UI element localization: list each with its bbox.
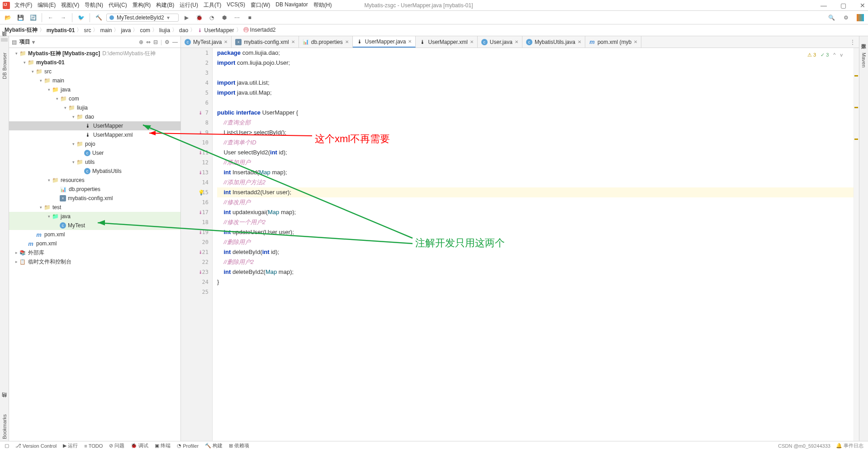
menu-item[interactable]: 运行(U) <box>180 1 198 9</box>
menu-item[interactable]: 构建(B) <box>156 1 174 9</box>
stripe-bookmarks[interactable]: Bookmarks <box>2 412 7 441</box>
project-tree[interactable]: ▾Mybatis-狂神 [Mybatis-zsgc]D:\demo\Mybati… <box>9 48 180 441</box>
bottom-profiler[interactable]: ◔ Profiler <box>177 443 199 449</box>
attach-icon[interactable]: ⋯ <box>232 13 242 23</box>
bottom-terminal[interactable]: ▣ 终端 <box>155 442 171 449</box>
forward-icon[interactable]: → <box>58 13 68 23</box>
editor-tab[interactable]: mybatis-config.xml✕ <box>232 36 299 48</box>
menu-item[interactable]: VCS(S) <box>227 1 245 9</box>
tree-node[interactable]: db.properties <box>9 185 180 194</box>
stop-icon[interactable]: ■ <box>245 13 255 23</box>
breadcrumb-item[interactable]: java <box>121 27 131 34</box>
bottom-deps[interactable]: ⊞ 依赖项 <box>229 442 249 449</box>
tree-node[interactable]: ▾Mybatis-狂神 [Mybatis-zsgc]D:\demo\Mybati… <box>9 49 180 58</box>
more-tabs-icon[interactable]: ⋮ <box>850 39 855 45</box>
close-tab-icon[interactable]: ✕ <box>345 39 349 44</box>
close-button[interactable]: ✕ <box>860 2 865 9</box>
editor-tab[interactable]: UserMapper.java✕ <box>353 36 416 48</box>
stripe-database[interactable]: 数据库 <box>860 38 867 42</box>
code-editor[interactable]: ⚠ 3 ✓ 3 ^v package com.liujia.dao;import… <box>213 48 854 441</box>
menu-item[interactable]: DB Navigator <box>275 1 308 9</box>
close-tab-icon[interactable]: ✕ <box>634 39 637 44</box>
tree-node[interactable]: ▾liujia <box>9 103 180 112</box>
menu-item[interactable]: 代码(C) <box>109 1 127 9</box>
tree-node[interactable]: pom.xml <box>9 239 180 248</box>
editor-tab[interactable]: pom.xml (myb✕ <box>585 36 641 48</box>
collapse-all-icon[interactable]: ⊟ <box>153 39 158 45</box>
minimize-button[interactable]: — <box>821 2 827 9</box>
tree-node[interactable]: ▾java <box>9 212 180 221</box>
project-view-selector[interactable]: 项目 ▾ <box>19 38 35 46</box>
bottom-debug[interactable]: 🐞 调试 <box>131 442 148 449</box>
breadcrumb-item[interactable]: com <box>140 27 150 34</box>
menu-item[interactable]: 帮助(H) <box>313 1 332 9</box>
close-tab-icon[interactable]: ✕ <box>515 39 518 44</box>
menu-item[interactable]: 编辑(E) <box>38 1 56 9</box>
tree-node[interactable]: ▸外部库 <box>9 248 180 257</box>
close-tab-icon[interactable]: ✕ <box>470 39 474 44</box>
breadcrumb-item[interactable]: mybatis-01 <box>47 27 75 34</box>
save-icon[interactable]: 💾 <box>15 13 25 23</box>
editor-tab[interactable]: db.properties✕ <box>299 36 353 48</box>
tree-node[interactable]: MybatisUtils <box>9 167 180 176</box>
breadcrumb-item[interactable]: dao <box>179 27 188 34</box>
breadcrumb-item[interactable]: liujia <box>159 27 170 34</box>
select-opened-icon[interactable]: ⊕ <box>139 39 143 45</box>
tree-node[interactable]: UserMapper <box>9 121 180 130</box>
inspection-widget[interactable]: ⚠ 3 ✓ 3 ^v <box>807 50 843 60</box>
menu-item[interactable]: 窗口(W) <box>251 1 270 9</box>
editor-tab[interactable]: MybatisUtils.java✕ <box>522 36 585 48</box>
back-icon[interactable]: ← <box>46 13 56 23</box>
breadcrumb-item[interactable]: 🌡 UserMapper <box>197 27 234 34</box>
tree-node[interactable]: ▾main <box>9 76 180 85</box>
bottom-run[interactable]: ▶ 运行 <box>63 442 78 449</box>
tree-node[interactable]: ▸临时文件和控制台 <box>9 257 180 266</box>
bottom-vcs[interactable]: ⎇ Version Control <box>15 443 57 449</box>
stripe-maven[interactable]: Maven <box>861 51 867 69</box>
menu-item[interactable]: 导航(N) <box>85 1 103 9</box>
editor-tab[interactable]: UserMapper.xml✕ <box>416 36 477 48</box>
search-icon[interactable]: 🔍 <box>826 13 836 23</box>
menu-item[interactable]: 视图(V) <box>61 1 79 9</box>
run-config-selector[interactable]: MyTest.deleteById2 ▾ <box>106 14 179 22</box>
tree-node[interactable]: User <box>9 148 180 158</box>
breadcrumb-item[interactable]: Mybatis-狂神 <box>5 26 38 34</box>
tree-node[interactable]: ▾java <box>9 85 180 94</box>
close-tab-icon[interactable]: ✕ <box>291 39 295 44</box>
profile-icon[interactable]: ⬢ <box>219 13 229 23</box>
maximize-button[interactable]: ▢ <box>840 2 846 9</box>
settings-icon[interactable]: ⚙ <box>841 13 851 23</box>
close-tab-icon[interactable]: ✕ <box>408 39 412 44</box>
settings-gear-icon[interactable]: ⚙ <box>165 39 170 45</box>
tree-node[interactable]: ▾mybatis-01 <box>9 58 180 67</box>
stripe-db-browser[interactable]: DB Browser <box>2 51 7 81</box>
bottom-build[interactable]: 🔨 构建 <box>205 442 223 449</box>
stripe-structure[interactable]: 结构 <box>1 400 8 403</box>
error-stripe[interactable] <box>854 48 859 441</box>
debug-icon[interactable]: 🐞 <box>194 13 204 23</box>
build-icon[interactable]: 🔨 <box>94 13 104 23</box>
menu-item[interactable]: 文件(F) <box>14 1 32 9</box>
jetbrains-icon[interactable] <box>855 13 865 23</box>
menu-item[interactable]: 重构(R) <box>133 1 151 9</box>
close-tab-icon[interactable]: ✕ <box>578 39 581 44</box>
tree-node[interactable]: ▾dao <box>9 112 180 121</box>
tree-node[interactable]: ▾test <box>9 203 180 212</box>
breadcrumb-item[interactable]: ⓜ Insertadd2 <box>243 26 276 34</box>
open-icon[interactable]: 📂 <box>3 13 13 23</box>
tree-node[interactable]: mybatis-config.xml <box>9 194 180 203</box>
bottom-todo[interactable]: ≡ TODO <box>84 443 103 449</box>
hide-panel-icon[interactable]: — <box>172 39 178 45</box>
editor-tab[interactable]: User.java✕ <box>478 36 522 48</box>
statusbar-toggle-icon[interactable]: ▢ <box>5 443 9 449</box>
expand-all-icon[interactable]: ⇔ <box>146 39 151 45</box>
tree-node[interactable]: ▾src <box>9 67 180 76</box>
tree-node[interactable]: ▾resources <box>9 176 180 185</box>
stripe-project[interactable]: 项目 <box>1 38 8 42</box>
run-icon[interactable]: ▶ <box>181 13 191 23</box>
tree-node[interactable]: UserMapper.xml <box>9 130 180 139</box>
tree-node[interactable]: ▾pojo <box>9 139 180 148</box>
breadcrumb-item[interactable]: src <box>84 27 91 34</box>
event-log[interactable]: 🔔 事件日志 <box>836 442 863 449</box>
editor-tab[interactable]: MyTest.java✕ <box>181 36 232 48</box>
